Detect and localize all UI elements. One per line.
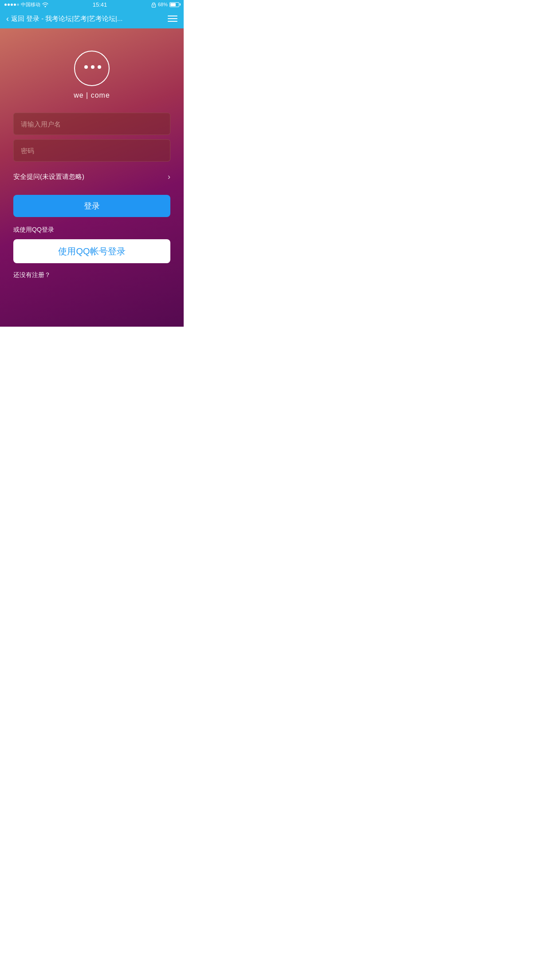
welcome-text: we | come [74, 91, 110, 99]
bowling-dot-2 [91, 65, 94, 69]
nav-title: 登录 - 我考论坛|艺考|艺考论坛|... [26, 15, 168, 23]
back-chevron-icon: ‹ [6, 14, 9, 24]
signal-dot-3 [11, 4, 13, 6]
back-button[interactable]: ‹ 返回 [6, 14, 24, 24]
logo-icon [74, 51, 110, 86]
menu-line-1 [168, 16, 177, 16]
menu-button[interactable] [168, 16, 177, 22]
signal-dot-1 [4, 4, 7, 6]
status-bar: 中国移动 15:41 68% [0, 0, 184, 9]
battery-indicator [169, 2, 179, 7]
bowling-dot-3 [98, 65, 101, 69]
battery-percent: 68% [158, 2, 168, 7]
signal-dot-4 [14, 4, 16, 6]
security-question-row[interactable]: 安全提问(未设置请忽略) › [13, 166, 170, 188]
back-label: 返回 [11, 15, 24, 23]
menu-line-3 [168, 21, 177, 22]
status-right: 68% [151, 2, 179, 8]
bowling-dot-1 [84, 65, 88, 69]
main-content: we | come 安全提问(未设置请忽略) › 登录 或使用QQ登录 使用QQ… [0, 28, 184, 327]
status-left: 中国移动 [4, 1, 48, 8]
logo-bowling-dots [84, 65, 101, 69]
qq-label: 或使用QQ登录 [13, 226, 170, 234]
login-button[interactable]: 登录 [13, 195, 170, 217]
qq-login-button[interactable]: 使用QQ帐号登录 [13, 239, 170, 263]
lock-icon [151, 2, 156, 8]
username-input[interactable] [13, 113, 170, 135]
nav-bar: ‹ 返回 登录 - 我考论坛|艺考|艺考论坛|... [0, 9, 184, 28]
logo-area: we | come [13, 28, 170, 99]
security-question-label: 安全提问(未设置请忽略) [13, 173, 84, 181]
signal-dot-5 [17, 4, 19, 6]
register-link[interactable]: 还没有注册？ [13, 271, 170, 279]
battery-bar [169, 2, 179, 7]
svg-point-1 [153, 5, 154, 6]
password-input[interactable] [13, 139, 170, 162]
battery-fill [170, 3, 176, 6]
signal-dots [4, 4, 19, 6]
security-chevron-icon: › [168, 172, 170, 182]
menu-line-2 [168, 18, 177, 19]
signal-dot-2 [8, 4, 10, 6]
status-time: 15:41 [93, 1, 107, 8]
carrier-label: 中国移动 [21, 1, 40, 8]
wifi-icon [42, 2, 48, 7]
